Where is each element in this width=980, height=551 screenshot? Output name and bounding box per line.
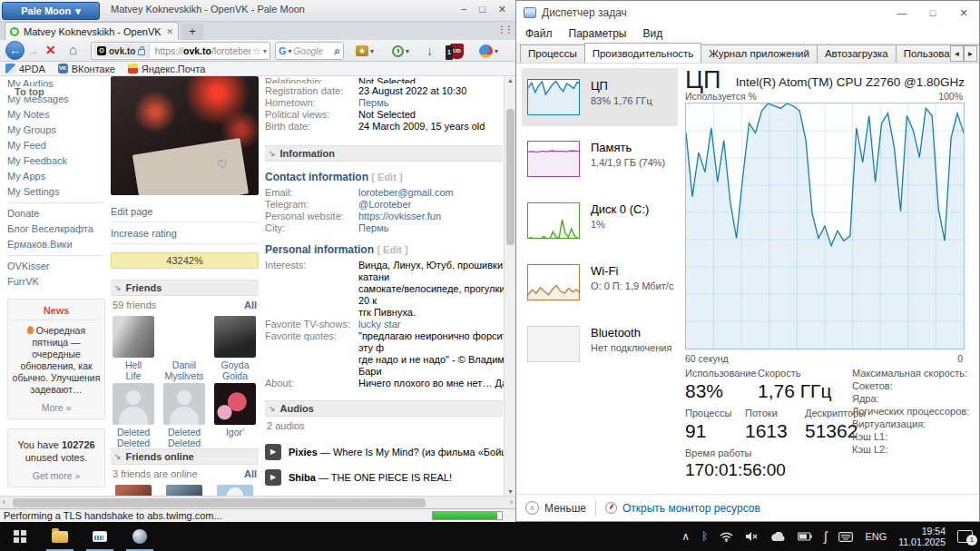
to-top-link[interactable]: To top xyxy=(13,86,46,97)
sidebar-item-my-notes[interactable]: My Notes xyxy=(7,107,103,123)
friends-online-all-link[interactable]: All xyxy=(244,468,257,479)
collapse-icon[interactable]: ↘ xyxy=(114,283,122,292)
get-more-votes-link[interactable]: Get more » xyxy=(12,470,101,481)
perf-item-wifi[interactable]: Wi-Fi О: 0 П: 1,9 Мбит/с xyxy=(522,253,678,311)
search-input[interactable]: Google xyxy=(294,46,333,56)
tab-performance[interactable]: Производительность xyxy=(584,43,702,63)
battery-icon[interactable] xyxy=(798,532,812,541)
friend-avatar[interactable] xyxy=(163,383,205,425)
fewer-details-button[interactable]: ∧ Меньше xyxy=(525,501,586,515)
bookmarks-menu-button[interactable]: ★ ▾ xyxy=(352,42,377,60)
sidebar-item-furrvk[interactable]: FurrVK xyxy=(7,274,103,290)
minimize-button[interactable]: − xyxy=(461,4,466,15)
keyboard-icon[interactable] xyxy=(838,532,853,542)
scroll-left-icon[interactable]: ‹ xyxy=(3,497,5,507)
edit-link[interactable]: [ Edit ] xyxy=(377,244,407,255)
bluetooth-icon[interactable]: ᛒ xyxy=(701,530,708,543)
tab-scroll-right-icon[interactable]: ► xyxy=(964,45,977,62)
friend-avatar[interactable] xyxy=(113,316,154,358)
url-dropdown-icon[interactable]: ▾ xyxy=(263,47,270,55)
friends-online-header[interactable]: ↘ Friends online xyxy=(111,448,259,465)
menu-view[interactable]: Вид xyxy=(642,27,662,40)
edit-page-link[interactable]: Edit page xyxy=(111,201,259,222)
news-more-link[interactable]: More » xyxy=(12,402,101,413)
sidebar-item-my-groups[interactable]: My Groups xyxy=(7,123,103,138)
friend-avatar[interactable] xyxy=(214,316,256,358)
search-icon[interactable]: ⌕ xyxy=(334,44,340,57)
friends-header[interactable]: ↘ Friends xyxy=(111,280,259,296)
pen-input-icon[interactable]: ʃ xyxy=(824,529,827,544)
start-button[interactable] xyxy=(0,522,40,551)
sidebar-item-my-feedback[interactable]: My Feedback xyxy=(7,153,103,169)
all-tabs-icon[interactable]: ⋮⋮ xyxy=(497,25,512,34)
adblock-button[interactable]: UD1 xyxy=(446,42,467,60)
site-identity-chip[interactable]: O ovk.to xyxy=(93,44,150,58)
friend-name[interactable]: DaniilMyslivets xyxy=(162,359,207,381)
collapse-icon[interactable]: ↘ xyxy=(269,149,276,158)
scroll-down-icon[interactable]: ▼ xyxy=(505,488,515,495)
increase-rating-link[interactable]: Increase rating xyxy=(111,222,259,244)
sidebar-item-my-feed[interactable]: My Feed xyxy=(7,138,103,153)
collapse-icon[interactable]: ↘ xyxy=(114,452,122,461)
menu-file[interactable]: Файл xyxy=(525,27,553,40)
language-indicator[interactable]: ENG xyxy=(865,531,887,542)
new-tab-button[interactable]: + xyxy=(181,24,203,40)
sidebar-item-ovkisser[interactable]: OVKisser xyxy=(7,259,103,274)
friends-all-link[interactable]: All xyxy=(244,300,257,310)
url-bar[interactable]: O ovk.to https://ovk.to/loroteber ☆ ▾ xyxy=(91,42,270,60)
scrollbar-thumb[interactable] xyxy=(13,498,426,507)
play-icon[interactable]: ▶ xyxy=(265,444,281,460)
friend-avatar[interactable] xyxy=(166,485,202,496)
friend-name[interactable]: GoydaGoida xyxy=(212,359,258,381)
telegram-link[interactable]: @Loroteber xyxy=(358,199,411,211)
history-button[interactable]: ▾ xyxy=(388,42,413,60)
website-link[interactable]: https://ovkisser.fun xyxy=(358,211,441,222)
hometown-link[interactable]: Пермь xyxy=(358,97,388,109)
search-bar[interactable]: G ▾ Google ⌕ xyxy=(275,42,344,60)
taskbar-file-explorer[interactable] xyxy=(40,522,80,551)
scrollbar-thumb[interactable] xyxy=(506,109,514,245)
friend-avatar[interactable] xyxy=(115,485,152,496)
forward-button[interactable]: → xyxy=(28,44,39,57)
play-icon[interactable]: ▶ xyxy=(265,469,281,486)
volume-muted-icon[interactable] xyxy=(745,531,759,542)
menu-options[interactable]: Параметры xyxy=(569,27,627,40)
sidebar-item-my-settings[interactable]: My Settings xyxy=(7,184,103,200)
minimize-button[interactable]: — xyxy=(887,1,917,25)
horizontal-scrollbar[interactable]: ‹ › xyxy=(0,496,515,508)
vertical-scrollbar[interactable]: ▲ ▼ xyxy=(504,76,515,496)
perf-item-cpu[interactable]: ЦП 83% 1,76 ГГц xyxy=(522,68,678,126)
email-link[interactable]: loroteber@gmail.com xyxy=(358,187,454,199)
tab-close-icon[interactable]: ✕ xyxy=(166,27,173,36)
bookmark-item-yandex-mail[interactable]: Яндекс.Почта xyxy=(128,64,206,74)
audios-header[interactable]: ↘ Audios xyxy=(265,400,503,417)
palemoon-menu-button[interactable]: Pale Moon ▾ xyxy=(2,2,100,20)
open-resource-monitor-link[interactable]: Открыть монитор ресурсов xyxy=(605,502,760,515)
extension-button[interactable]: ▾ xyxy=(475,42,502,60)
search-engine-dropdown-icon[interactable]: ▾ xyxy=(289,47,292,55)
tab-scroll-left-icon[interactable]: ◄ xyxy=(950,45,964,62)
city-link[interactable]: Пермь xyxy=(358,222,388,234)
tab-app-history[interactable]: Журнал приложений xyxy=(701,44,818,63)
home-button[interactable]: ⌂ xyxy=(69,42,77,57)
friend-name[interactable]: DeletedDeleted xyxy=(111,427,156,448)
friend-avatar[interactable] xyxy=(214,383,256,425)
perf-item-memory[interactable]: Память 1,4/1,9 ГБ (74%) xyxy=(522,130,678,188)
maximize-button[interactable]: □ xyxy=(917,1,948,25)
maximize-button[interactable]: □ xyxy=(479,4,485,15)
audio-track[interactable]: ▶ Pixies — Where Is My Mind? (из фильма … xyxy=(265,444,515,460)
taskbar-task-manager[interactable] xyxy=(80,522,120,551)
bookmark-item-4pda[interactable]: 4PDA xyxy=(5,64,45,74)
scroll-right-icon[interactable]: › xyxy=(510,497,513,507)
bookmark-star-icon[interactable]: ☆ xyxy=(250,45,263,57)
notification-icon[interactable]: 1 xyxy=(957,530,973,543)
close-button[interactable]: ✕ xyxy=(498,4,506,15)
clock[interactable]: 19:5411.01.2025 xyxy=(898,526,946,547)
collapse-icon[interactable]: ↘ xyxy=(269,404,276,413)
perf-item-bluetooth[interactable]: Bluetooth Нет подключения xyxy=(522,315,678,373)
information-header[interactable]: ↘ Information xyxy=(265,145,503,162)
downloads-button[interactable]: ↓ xyxy=(423,42,436,60)
url-text[interactable]: https://ovk.to/loroteber xyxy=(152,45,250,56)
sidebar-item-my-apps[interactable]: My Apps xyxy=(7,169,103,184)
scroll-up-icon[interactable]: ▲ xyxy=(505,77,515,84)
